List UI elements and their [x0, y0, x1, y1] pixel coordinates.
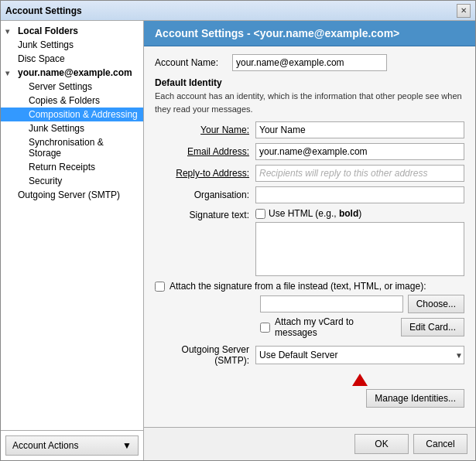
email-address-row: Email Address: — [155, 143, 464, 160]
your-name-row: Your Name: — [155, 121, 464, 138]
sidebar-item-composition-addressing[interactable]: Composition & Addressing — [1, 108, 143, 121]
email-address-label: Email Address: — [155, 146, 255, 157]
sidebar-tree: ▾ Local Folders Junk Settings Disc Space… — [1, 21, 143, 430]
up-arrow-icon — [352, 374, 368, 386]
expand-icon: ▾ — [5, 69, 15, 77]
sidebar-item-junk-settings[interactable]: Junk Settings — [1, 38, 143, 52]
use-html-checkbox[interactable] — [255, 209, 265, 219]
sidebar-item-label: Copies & Folders — [29, 95, 100, 106]
manage-identities-button[interactable]: Manage Identities... — [366, 389, 464, 408]
arrow-indicator — [255, 374, 464, 386]
email-address-input[interactable] — [255, 143, 464, 160]
right-panel: Account Settings - <your.name@example.co… — [144, 21, 475, 460]
attach-file-row: Attach the signature from a file instead… — [155, 281, 464, 292]
vcard-checkbox[interactable] — [260, 323, 270, 333]
sidebar-item-label: Server Settings — [29, 81, 92, 92]
title-bar: Account Settings ✕ — [1, 1, 475, 21]
sidebar-item-disc-space[interactable]: Disc Space — [1, 52, 143, 66]
panel-footer: OK Cancel — [144, 427, 475, 460]
organisation-input[interactable] — [255, 186, 464, 203]
close-button[interactable]: ✕ — [457, 4, 471, 18]
sidebar-item-copies-folders[interactable]: Copies & Folders — [1, 94, 143, 108]
sidebar-item-security[interactable]: Security — [1, 174, 143, 188]
sidebar-item-account[interactable]: ▾ your.name@example.com — [1, 66, 143, 80]
account-name-label: Account Name: — [155, 57, 232, 68]
sidebar-item-return-receipts[interactable]: Return Receipts — [1, 160, 143, 174]
account-actions-button[interactable]: Account Actions ▼ — [5, 435, 139, 456]
manage-identities-row: Manage Identities... — [155, 389, 464, 408]
sidebar-item-label: Security — [29, 176, 62, 186]
attach-file-label: Attach the signature from a file instead… — [170, 281, 426, 292]
organisation-label: Organisation: — [155, 190, 255, 200]
signature-area: Signature text: Use HTML (e.g., bold) — [155, 208, 464, 276]
signature-textarea[interactable] — [255, 222, 464, 276]
use-html-label: Use HTML (e.g., bold) — [269, 208, 361, 219]
sidebar-item-label: Return Receipts — [29, 162, 95, 172]
sidebar: ▾ Local Folders Junk Settings Disc Space… — [1, 21, 144, 460]
your-name-label: Your Name: — [155, 125, 255, 135]
panel-header: Account Settings - <your.name@example.co… — [144, 21, 475, 46]
sidebar-item-label: Composition & Addressing — [29, 109, 138, 120]
edit-card-button[interactable]: Edit Card... — [401, 318, 464, 336]
expand-icon: ▾ — [5, 27, 15, 36]
main-content: ▾ Local Folders Junk Settings Disc Space… — [1, 21, 475, 460]
attach-file-input-row: Choose... — [155, 295, 464, 313]
organisation-row: Organisation: — [155, 186, 464, 203]
sidebar-item-label: Junk Settings — [29, 123, 84, 134]
account-name-row: Account Name: — [155, 54, 464, 71]
default-identity-title: Default Identity — [155, 77, 464, 88]
sidebar-bottom: Account Actions ▼ — [1, 430, 143, 460]
sidebar-item-label: your.name@example.com — [18, 67, 132, 78]
account-actions-arrow-icon: ▼ — [122, 440, 132, 451]
sidebar-item-label: Synchronisation & Storage — [29, 137, 139, 159]
attach-file-checkbox[interactable] — [155, 282, 165, 292]
signature-right: Use HTML (e.g., bold) — [255, 208, 464, 276]
reply-to-row: Reply-to Address: — [155, 165, 464, 182]
sidebar-item-label: Local Folders — [18, 26, 78, 36]
account-settings-window: Account Settings ✕ ▾ Local Folders Junk … — [0, 0, 476, 461]
sidebar-item-local-folders[interactable]: ▾ Local Folders — [1, 24, 143, 38]
sidebar-item-server-settings[interactable]: Server Settings — [1, 80, 143, 94]
reply-to-label: Reply-to Address: — [155, 168, 255, 179]
cancel-button[interactable]: Cancel — [413, 434, 467, 454]
sidebar-item-synchronisation-storage[interactable]: Synchronisation & Storage — [1, 135, 143, 160]
ok-button[interactable]: OK — [354, 434, 409, 454]
account-actions-label: Account Actions — [12, 440, 78, 451]
signature-text-label: Signature text: — [155, 208, 255, 220]
account-name-input[interactable] — [232, 54, 387, 71]
sidebar-item-label: Disc Space — [18, 53, 65, 64]
window-title: Account Settings — [5, 5, 82, 16]
attach-file-input[interactable] — [260, 295, 403, 312]
smtp-row: Outgoing Server (SMTP): Use Default Serv… — [155, 344, 464, 366]
vcard-row: Attach my vCard to messages Edit Card... — [155, 316, 464, 338]
your-name-input[interactable] — [255, 121, 464, 138]
sidebar-item-outgoing-server[interactable]: Outgoing Server (SMTP) — [1, 188, 143, 202]
html-check-row: Use HTML (e.g., bold) — [255, 208, 464, 219]
default-identity-desc: Each account has an identity, which is t… — [155, 90, 464, 115]
sidebar-item-label: Outgoing Server (SMTP) — [18, 190, 120, 200]
panel-title: Account Settings - <your.name@example.co… — [155, 27, 399, 39]
outgoing-server-select-wrap: Use Default Server your.name@example.com… — [255, 346, 464, 364]
panel-body: Account Name: Default Identity Each acco… — [144, 46, 475, 427]
outgoing-server-label: Outgoing Server (SMTP): — [155, 344, 255, 366]
outgoing-server-select[interactable]: Use Default Server your.name@example.com — [255, 346, 464, 364]
vcard-label: Attach my vCard to messages — [275, 316, 392, 338]
reply-to-input[interactable] — [255, 165, 464, 182]
sidebar-item-junk-settings2[interactable]: Junk Settings — [1, 121, 143, 135]
choose-button[interactable]: Choose... — [408, 295, 464, 313]
sidebar-item-label: Junk Settings — [18, 39, 74, 50]
